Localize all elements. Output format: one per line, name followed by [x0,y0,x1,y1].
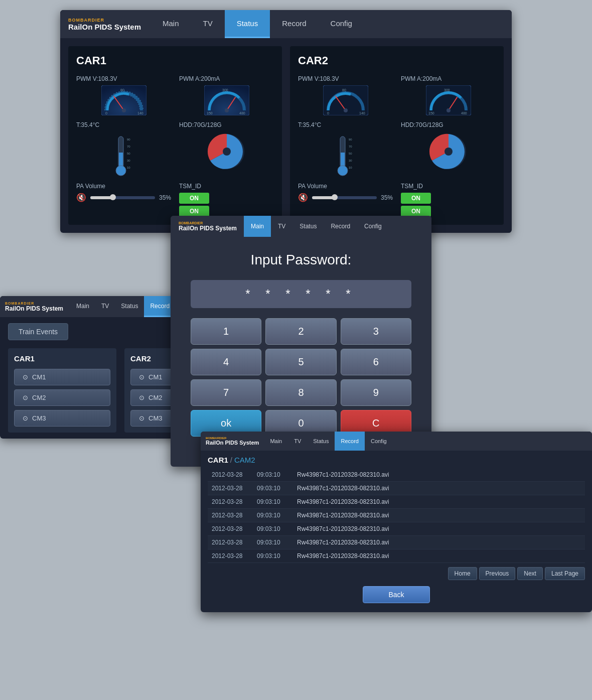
svg-text:80: 80 [342,88,346,92]
num-btn-6[interactable]: 6 [341,349,411,375]
breadcrumb-car: CAR1 [208,456,228,464]
file-row[interactable]: 2012-03-28 09:03:10 Rw43987c1-20120328-0… [208,495,585,509]
filelist-tab-main[interactable]: Main [264,432,288,451]
car1-pa: PA Volume 🔇 35% [76,183,171,217]
password-display: * * * * * * [191,280,411,308]
svg-text:80: 80 [120,88,124,92]
filelist-tab-record[interactable]: Record [335,432,364,451]
num-btn-2[interactable]: 2 [265,318,336,345]
svg-text:150: 150 [207,111,213,115]
car1-thermometer: 90 70 50 30 10 [115,131,132,177]
cam-icon: ⊙ [23,394,28,401]
car2-volume-pct: 35% [381,194,393,201]
car1-tsm-on2[interactable]: ON [179,206,209,217]
car1-tsm-label: TSM_ID [179,183,274,190]
svg-text:480: 480 [461,111,467,115]
svg-point-24 [344,108,348,112]
svg-point-41 [338,166,348,176]
record-car1-title: CAR1 [14,354,110,363]
car2-tsm-btns: ON ON [401,193,496,217]
car2-pwm-v-gauge: 0 80 140 [323,85,368,115]
car1-volume-slider[interactable] [90,196,155,199]
pwd-tab-record[interactable]: Record [324,216,357,237]
file-row[interactable]: 2012-03-28 09:03:10 Rw43987c1-20120328-0… [208,549,585,563]
car2-tsm-on2[interactable]: ON [401,206,431,217]
car2-volume-slider[interactable] [312,196,377,199]
file-row[interactable]: 2012-03-28 09:03:10 Rw43987c1-20120328-0… [208,509,585,522]
car2-hdd-label: HDD:70G/128G [401,121,443,128]
filelist-tab-status[interactable]: Status [307,432,335,451]
brand-bottom: RailOn PIDS System [68,23,142,31]
pwd-tab-status[interactable]: Status [292,216,324,237]
num-btn-1[interactable]: 1 [191,318,261,345]
status-brand: BOMBARDIER RailOn PIDS System [60,18,151,31]
record-tab-tv[interactable]: TV [95,296,115,317]
filelist-brand-bottom: RailOn PIDS System [206,440,259,446]
car1-hdd-label: HDD:70G/128G [179,121,222,128]
file-date: 2012-03-28 [212,485,257,492]
tab-tv[interactable]: TV [191,10,225,38]
password-navbar: BOMBARDIER RailOn PIDS System Main TV St… [171,216,431,237]
car2-title: CAR2 [298,54,496,67]
car1-pwm-v-label: PWM V:108.3V [76,75,117,82]
page-lastpage-button[interactable]: Last Page [545,567,585,580]
record-car1-cm3[interactable]: ⊙ CM3 [14,410,110,427]
status-body: CAR1 PWM V:108.3V [60,38,512,233]
num-btn-4[interactable]: 4 [191,349,261,375]
car1-pa-label: PA Volume [76,183,171,190]
breadcrumb-cam: CAM2 [234,456,255,464]
pwd-tab-tv[interactable]: TV [271,216,292,237]
record-brand: BOMBARDIER RailOn PIDS System [0,302,70,312]
page-next-button[interactable]: Next [517,567,543,580]
car2-tsm-on1[interactable]: ON [401,193,431,204]
num-btn-7[interactable]: 7 [191,379,261,406]
filelist-navbar: BOMBARDIER RailOn PIDS System Main TV St… [201,432,592,451]
file-row[interactable]: 2012-03-28 09:03:10 Rw43987c1-20120328-0… [208,482,585,495]
svg-point-43 [445,148,453,156]
pwd-nav-tabs: Main TV Status Record Config [244,216,423,237]
record-car1-cm1[interactable]: ⊙ CM1 [14,369,110,385]
back-button[interactable]: Back [363,586,429,603]
file-row[interactable]: 2012-03-28 09:03:10 Rw43987c1-20120328-0… [208,468,585,482]
svg-point-2 [122,108,126,112]
status-window: BOMBARDIER RailOn PIDS System Main TV St… [60,10,512,233]
car2-temp-label: T:35.4°C [298,121,321,128]
cam-icon: ⊙ [139,394,144,401]
file-date: 2012-03-28 [212,498,257,505]
password-window: BOMBARDIER RailOn PIDS System Main TV St… [171,216,431,467]
tab-config[interactable]: Config [319,10,364,38]
pwd-tab-main[interactable]: Main [244,216,271,237]
breadcrumb-sep: / [230,456,232,464]
tab-main[interactable]: Main [151,10,191,38]
num-btn-8[interactable]: 8 [265,379,336,406]
page-home-button[interactable]: Home [448,567,477,580]
train-events-button[interactable]: Train Events [8,323,68,340]
record-tab-main[interactable]: Main [70,296,95,317]
car1-tsm-on1[interactable]: ON [179,193,209,204]
num-btn-3[interactable]: 3 [341,318,411,345]
record-car1-cm2[interactable]: ⊙ CM2 [14,389,110,406]
pwd-tab-config[interactable]: Config [357,216,389,237]
car1-temp-hdd-row: T:35.4°C 90 70 50 30 10 [76,121,274,177]
record-car1: CAR1 ⊙ CM1 ⊙ CM2 ⊙ CM3 [8,348,116,433]
car1-pwm-a-gauge: 150 300 480 [204,85,249,115]
brand-top: BOMBARDIER [68,18,142,23]
filelist-tab-config[interactable]: Config [365,432,393,451]
num-btn-5[interactable]: 5 [265,349,336,375]
file-row[interactable]: 2012-03-28 09:03:10 Rw43987c1-20120328-0… [208,536,585,549]
file-date: 2012-03-28 [212,539,257,546]
record-brand-bottom: RailOn PIDS System [5,305,65,312]
cam-icon: ⊙ [139,373,144,381]
cam-icon: ⊙ [139,414,144,422]
tab-record[interactable]: Record [270,10,318,38]
car2-pwm-v-label: PWM V:108.3V [298,75,339,82]
svg-text:0: 0 [105,111,107,115]
car2-thermometer: 90 70 50 30 10 [337,131,354,177]
num-btn-9[interactable]: 9 [341,379,411,406]
filelist-tab-tv[interactable]: TV [288,432,307,451]
file-row[interactable]: 2012-03-28 09:03:10 Rw43987c1-20120328-0… [208,522,585,536]
page-previous-button[interactable]: Previous [479,567,516,580]
tab-status[interactable]: Status [225,10,270,38]
record-tab-status[interactable]: Status [115,296,144,317]
car2-pwm-v: PWM V:108.3V 0 80 140 [298,75,393,115]
